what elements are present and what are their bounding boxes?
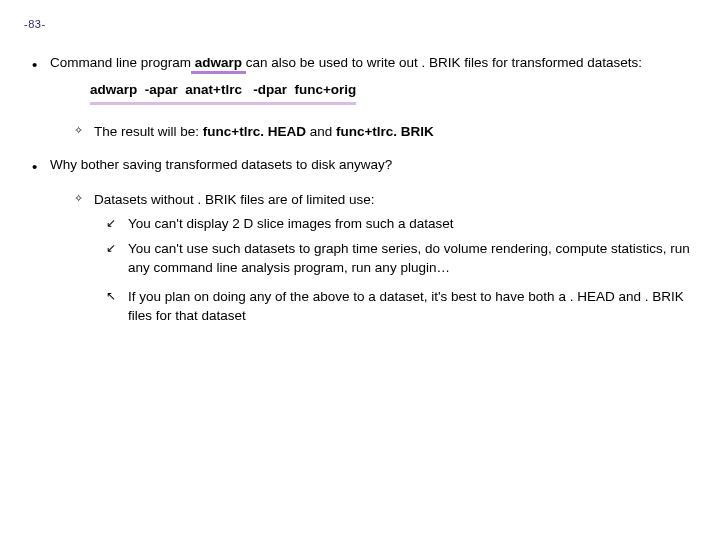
why-text: Why bother saving transformed datasets t… <box>50 157 392 172</box>
slide-page: -83- Command line program adwarp can als… <box>0 0 720 540</box>
limit-display-text: You can't display 2 D slice images from … <box>128 216 454 231</box>
text-suffix: can also be used to write out . BRIK fil… <box>246 55 642 70</box>
keyword-adwarp: adwarp <box>191 55 246 74</box>
conclusion-text: If you plan on doing any of the above to… <box>128 289 684 323</box>
top-list: Command line program adwarp can also be … <box>24 54 696 326</box>
sublist-conclusion: If you plan on doing any of the above to… <box>94 288 696 326</box>
limit-display: You can't display 2 D slice images from … <box>128 215 696 234</box>
sublist-limits: You can't display 2 D slice images from … <box>94 215 696 278</box>
bullet-adwarp: Command line program adwarp can also be … <box>50 54 696 142</box>
limited-use-text: Datasets without . BRIK files are of lim… <box>94 192 375 207</box>
limited-use-line: Datasets without . BRIK files are of lim… <box>94 191 696 326</box>
result-head: func+tlrc. HEAD <box>203 124 306 139</box>
limit-graph: You can't use such datasets to graph tim… <box>128 240 696 278</box>
limit-graph-text: You can't use such datasets to graph tim… <box>128 241 690 275</box>
sublist-result: The result will be: func+tlrc. HEAD and … <box>50 123 696 142</box>
sublist-why: Datasets without . BRIK files are of lim… <box>50 191 696 326</box>
page-number: -83- <box>24 18 696 30</box>
result-prefix: The result will be: <box>94 124 203 139</box>
result-mid: and <box>306 124 336 139</box>
result-line: The result will be: func+tlrc. HEAD and … <box>94 123 696 142</box>
text-prefix: Command line program <box>50 55 191 70</box>
result-brik: func+tlrc. BRIK <box>336 124 434 139</box>
command-line: adwarp -apar anat+tlrc -dpar func+orig <box>90 81 356 105</box>
bullet-why: Why bother saving transformed datasets t… <box>50 156 696 326</box>
conclusion-line: If you plan on doing any of the above to… <box>128 288 696 326</box>
